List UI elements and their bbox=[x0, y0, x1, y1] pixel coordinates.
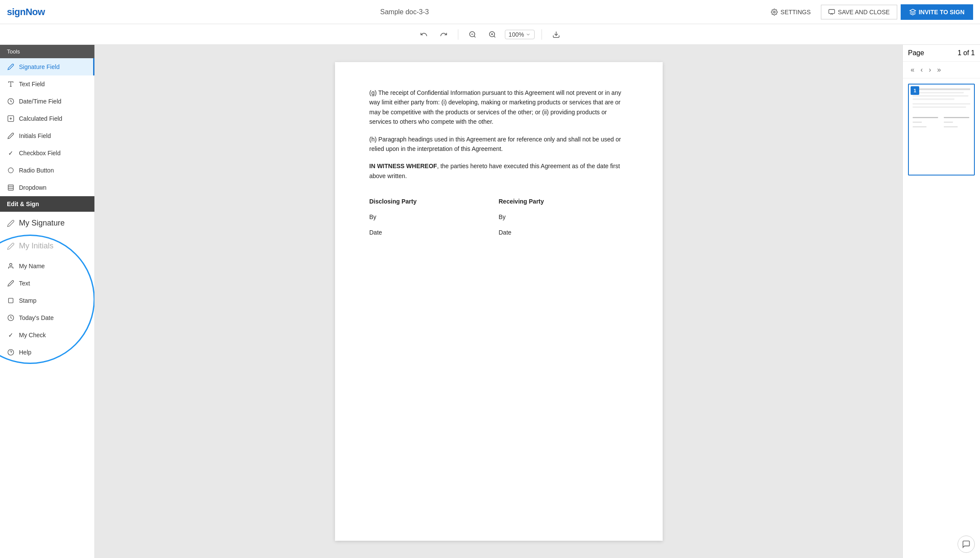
date-right: Date bbox=[499, 225, 628, 240]
page-first-button[interactable]: « bbox=[908, 65, 917, 75]
undo-icon bbox=[420, 31, 428, 38]
stamp-icon bbox=[7, 297, 15, 304]
download-button[interactable] bbox=[549, 29, 564, 40]
svg-rect-36 bbox=[913, 126, 927, 127]
undo-button[interactable] bbox=[416, 29, 431, 40]
sidebar-item-text-label: Text Field bbox=[19, 81, 45, 88]
sidebar-item-my-name[interactable]: My Name bbox=[0, 257, 94, 275]
sidebar-item-checkbox-label: Checkbox Field bbox=[19, 150, 61, 157]
todays-date-icon bbox=[7, 314, 15, 322]
svg-point-20 bbox=[9, 263, 12, 266]
gear-icon bbox=[771, 9, 778, 16]
svg-rect-17 bbox=[8, 185, 13, 190]
sidebar-item-todays-date[interactable]: Today's Date bbox=[0, 309, 94, 326]
sidebar-item-signature-label: Signature Field bbox=[19, 63, 59, 70]
page-thumbnail-image bbox=[909, 85, 974, 173]
sidebar: Tools Signature Field Text Field Date/Ti… bbox=[0, 45, 95, 558]
main-area: Tools Signature Field Text Field Date/Ti… bbox=[0, 45, 980, 558]
invite-to-sign-button[interactable]: INVITE TO SIGN bbox=[901, 4, 973, 20]
chevron-down-icon bbox=[526, 32, 531, 37]
svg-rect-35 bbox=[944, 122, 953, 122]
initials-field-icon bbox=[7, 132, 15, 140]
sidebar-item-stamp[interactable]: Stamp bbox=[0, 292, 94, 309]
sidebar-item-initials-field[interactable]: Initials Field bbox=[0, 127, 94, 144]
save-and-close-button[interactable]: SAVE AND CLOSE bbox=[821, 5, 897, 19]
save-label: SAVE AND CLOSE bbox=[838, 9, 889, 16]
page-thumbnail[interactable]: 1 bbox=[908, 84, 975, 176]
witness-strong: IN WITNESS WHEREOF bbox=[369, 163, 437, 169]
right-panel: Page 1 of 1 « ‹ › » 1 bbox=[902, 45, 980, 558]
witness-paragraph: IN WITNESS WHEREOF, the parties hereto h… bbox=[369, 161, 628, 181]
zoom-value: 100% bbox=[509, 31, 524, 38]
sidebar-item-radio-button[interactable]: Radio Button bbox=[0, 162, 94, 179]
svg-rect-28 bbox=[913, 95, 968, 97]
sidebar-item-help[interactable]: Help bbox=[0, 344, 94, 361]
svg-rect-34 bbox=[913, 122, 922, 122]
paragraph-h: (h) Paragraph headings used in this Agre… bbox=[369, 135, 628, 154]
sidebar-item-radio-label: Radio Button bbox=[19, 167, 54, 174]
page-prev-button[interactable]: ‹ bbox=[918, 65, 925, 75]
sidebar-item-my-signature-label: My Signature bbox=[19, 219, 65, 228]
svg-rect-21 bbox=[9, 298, 13, 303]
zoom-out-icon bbox=[469, 31, 476, 38]
calculated-field-icon bbox=[7, 115, 15, 122]
document-area: (g) The receipt of Confidential Informat… bbox=[95, 45, 902, 558]
zoom-out-button[interactable] bbox=[465, 29, 480, 40]
help-icon bbox=[7, 348, 15, 356]
sidebar-item-text-label: Text bbox=[19, 280, 30, 287]
logo: signNow bbox=[7, 6, 45, 18]
svg-line-3 bbox=[474, 36, 475, 37]
sidebar-item-text[interactable]: Text bbox=[0, 275, 94, 292]
download-icon bbox=[552, 31, 560, 38]
sidebar-item-my-signature[interactable]: My Signature bbox=[0, 212, 94, 235]
text-icon bbox=[7, 279, 15, 287]
zoom-in-icon bbox=[488, 31, 496, 38]
svg-rect-32 bbox=[913, 117, 938, 118]
my-signature-icon bbox=[7, 219, 15, 227]
toolbar: 100% bbox=[0, 24, 980, 45]
sidebar-item-text-field[interactable]: Text Field bbox=[0, 75, 94, 93]
by-right: By bbox=[499, 209, 628, 225]
zoom-in-button[interactable] bbox=[485, 29, 500, 40]
zoom-selector[interactable]: 100% bbox=[505, 30, 535, 39]
sidebar-item-datetime-field[interactable]: Date/Time Field bbox=[0, 93, 94, 110]
page-last-button[interactable]: » bbox=[935, 65, 944, 75]
invite-icon bbox=[909, 9, 916, 16]
my-initials-icon bbox=[7, 242, 15, 250]
sidebar-item-calculated-label: Calculated Field bbox=[19, 115, 62, 122]
my-name-icon bbox=[7, 262, 15, 270]
date-left: Date bbox=[369, 225, 499, 240]
svg-rect-31 bbox=[913, 107, 966, 108]
datetime-field-icon bbox=[7, 97, 15, 105]
svg-line-6 bbox=[494, 36, 495, 37]
sidebar-item-datetime-label: Date/Time Field bbox=[19, 98, 61, 105]
sidebar-item-checkbox-field[interactable]: ✓ Checkbox Field bbox=[0, 144, 94, 162]
page-label: Page bbox=[908, 49, 924, 57]
top-nav: signNow Sample doc-3-3 SETTINGS SAVE AND… bbox=[0, 0, 980, 24]
help-label: Help bbox=[19, 349, 31, 356]
save-icon bbox=[828, 9, 835, 16]
svg-rect-37 bbox=[944, 126, 958, 127]
chat-button[interactable] bbox=[958, 536, 975, 553]
sidebar-item-calculated-field[interactable]: Calculated Field bbox=[0, 110, 94, 127]
settings-button[interactable]: SETTINGS bbox=[764, 5, 817, 19]
my-check-icon: ✓ bbox=[7, 331, 15, 339]
svg-point-16 bbox=[8, 168, 13, 173]
signature-table: Disclosing Party Receiving Party By By D… bbox=[369, 194, 628, 240]
sidebar-item-stamp-label: Stamp bbox=[19, 297, 36, 304]
paragraph-g: (g) The receipt of Confidential Informat… bbox=[369, 88, 628, 127]
receiving-party-label: Receiving Party bbox=[499, 194, 628, 209]
tools-header: Tools bbox=[0, 45, 94, 58]
sidebar-item-my-check[interactable]: ✓ My Check bbox=[0, 326, 94, 344]
chat-icon bbox=[962, 540, 971, 549]
invite-label: INVITE TO SIGN bbox=[919, 9, 964, 16]
sidebar-item-signature-field[interactable]: Signature Field bbox=[0, 58, 94, 75]
sidebar-item-my-name-label: My Name bbox=[19, 263, 45, 270]
sidebar-item-dropdown-label: Dropdown bbox=[19, 184, 47, 191]
sidebar-item-dropdown[interactable]: Dropdown bbox=[0, 179, 94, 196]
sidebar-item-my-check-label: My Check bbox=[19, 332, 46, 339]
sidebar-item-my-initials[interactable]: My Initials bbox=[0, 235, 94, 257]
nav-actions: SETTINGS SAVE AND CLOSE INVITE TO SIGN bbox=[764, 4, 973, 20]
redo-button[interactable] bbox=[436, 29, 451, 40]
page-next-button[interactable]: › bbox=[926, 65, 933, 75]
